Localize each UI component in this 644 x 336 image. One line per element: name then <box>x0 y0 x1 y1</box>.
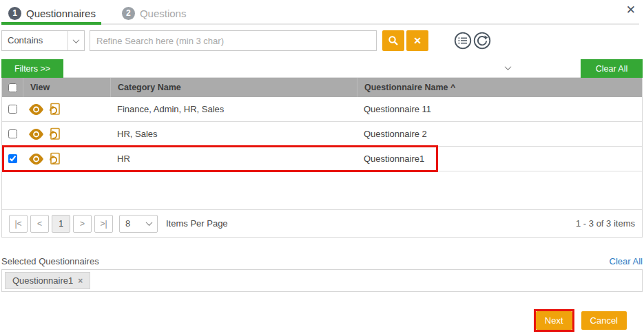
pager-next-button[interactable]: > <box>73 215 92 233</box>
row-checkbox[interactable] <box>8 129 17 138</box>
pager-range-label: 1 - 3 of 3 items <box>576 218 635 229</box>
chevron-down-icon <box>146 219 153 226</box>
view-eye-icon[interactable] <box>28 129 44 140</box>
view-questions-icon[interactable] <box>48 127 60 140</box>
column-questionnaire-name[interactable]: Questionnaire Name ^ <box>357 78 642 97</box>
search-icon <box>388 35 399 46</box>
page-size-value: 8 <box>120 218 147 229</box>
search-operator-value: Contains <box>2 31 67 50</box>
red-highlight-box: Next <box>534 309 574 332</box>
grid-empty-space <box>2 171 642 209</box>
pager-prev-button[interactable]: < <box>30 215 49 233</box>
pager-page-1-button[interactable]: 1 <box>52 215 70 233</box>
selected-tag-label: Questionnaire1 <box>12 275 73 286</box>
questionnaires-grid: View Category Name Questionnaire Name ^ <box>1 78 643 238</box>
table-row[interactable]: HR, Sales Questionnaire 2 <box>2 122 642 147</box>
filter-bar: Filters >> Clear All <box>1 59 643 78</box>
row-checkbox[interactable] <box>8 154 17 163</box>
column-view[interactable]: View <box>23 78 110 97</box>
row-questionnaire: Questionnaire1 <box>357 154 642 164</box>
pager-first-button[interactable]: |< <box>9 215 28 233</box>
wizard-steps: 1 Questionnaires 2 Questions ✕ <box>1 0 643 21</box>
tab-questions[interactable]: 2 Questions <box>122 7 187 20</box>
pager: |< < 1 > >| 8 Items Per Page 1 - 3 of 3 … <box>2 209 642 237</box>
tab-questions-label: Questions <box>140 8 187 19</box>
view-eye-icon[interactable] <box>28 104 44 115</box>
search-input[interactable] <box>90 30 377 51</box>
refresh-icon[interactable] <box>473 32 491 50</box>
filter-dropdown-area[interactable] <box>63 59 581 78</box>
sort-asc-icon: ^ <box>450 83 455 92</box>
row-questionnaire: Questionnaire 2 <box>357 129 642 139</box>
row-category: Finance, Admin, HR, Sales <box>110 104 357 114</box>
view-eye-icon[interactable] <box>28 154 44 165</box>
search-bar: Contains ✕ <box>1 30 643 51</box>
cancel-button[interactable]: Cancel <box>581 311 627 330</box>
footer-actions: Next Cancel <box>534 309 627 332</box>
chevron-down-icon <box>67 31 84 50</box>
clear-search-icon: ✕ <box>413 35 422 46</box>
row-category: HR <box>110 154 357 164</box>
grid-header: View Category Name Questionnaire Name ^ <box>2 78 642 97</box>
row-questionnaire: Questionnaire 11 <box>357 104 642 114</box>
next-button[interactable]: Next <box>536 311 572 330</box>
page-size-select[interactable]: 8 <box>119 215 158 233</box>
selected-tag: Questionnaire1 × <box>5 272 90 289</box>
selected-clear-all-link[interactable]: Clear All <box>610 256 643 266</box>
search-operator-select[interactable]: Contains <box>1 30 85 51</box>
list-view-icon[interactable] <box>454 32 472 50</box>
active-tab-indicator <box>1 22 101 25</box>
column-category-name[interactable]: Category Name <box>110 78 357 97</box>
table-row-selected[interactable]: HR Questionnaire1 <box>2 147 642 171</box>
row-category: HR, Sales <box>110 129 357 139</box>
filters-clear-all-button[interactable]: Clear All <box>581 59 643 78</box>
selected-questionnaires-box: Questionnaire1 × <box>1 269 643 292</box>
tab-underline <box>1 22 643 25</box>
view-questions-icon[interactable] <box>48 103 60 116</box>
row-checkbox[interactable] <box>8 105 17 114</box>
tab-questionnaires-label: Questionnaires <box>26 8 96 19</box>
filters-button[interactable]: Filters >> <box>1 59 63 78</box>
search-button[interactable] <box>382 30 404 51</box>
remove-tag-icon[interactable]: × <box>78 276 83 286</box>
clear-search-button[interactable]: ✕ <box>406 30 428 51</box>
items-per-page-label: Items Per Page <box>166 218 228 229</box>
selected-questionnaires-label: Selected Questionnaires <box>1 256 99 266</box>
step-2-badge: 2 <box>122 7 135 20</box>
table-row[interactable]: Finance, Admin, HR, Sales Questionnaire … <box>2 97 642 122</box>
view-questions-icon[interactable] <box>48 152 60 165</box>
select-all-cell <box>2 78 23 97</box>
tab-questionnaires[interactable]: 1 Questionnaires <box>8 7 96 20</box>
pager-last-button[interactable]: >| <box>94 215 113 233</box>
step-1-badge: 1 <box>8 7 21 20</box>
close-icon[interactable]: ✕ <box>626 4 636 16</box>
chevron-down-icon <box>505 63 512 70</box>
select-all-checkbox[interactable] <box>8 83 17 92</box>
